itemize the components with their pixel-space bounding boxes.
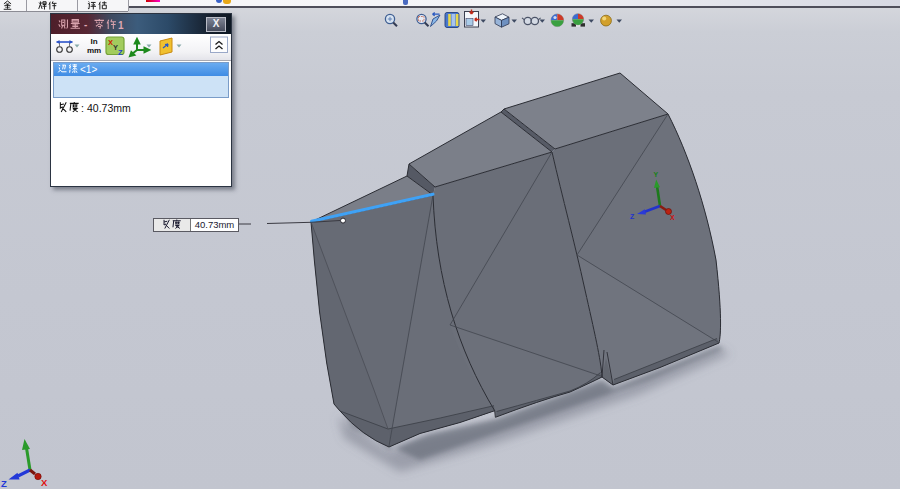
svg-text:X: X bbox=[41, 477, 48, 488]
svg-text:1: 1 bbox=[118, 20, 124, 31]
svg-text:Z: Z bbox=[118, 48, 123, 57]
svg-text:40.73mm: 40.73mm bbox=[87, 102, 131, 114]
svg-text:-: - bbox=[84, 19, 87, 30]
svg-text:Y: Y bbox=[654, 171, 659, 178]
svg-text:In: In bbox=[90, 37, 97, 46]
svg-text:Z: Z bbox=[1, 478, 7, 489]
svg-text:X: X bbox=[670, 214, 675, 221]
svg-text:<1>: <1> bbox=[80, 64, 97, 75]
svg-text:mm: mm bbox=[87, 46, 101, 55]
svg-text::: : bbox=[81, 102, 84, 114]
svg-text:Z: Z bbox=[630, 213, 635, 220]
